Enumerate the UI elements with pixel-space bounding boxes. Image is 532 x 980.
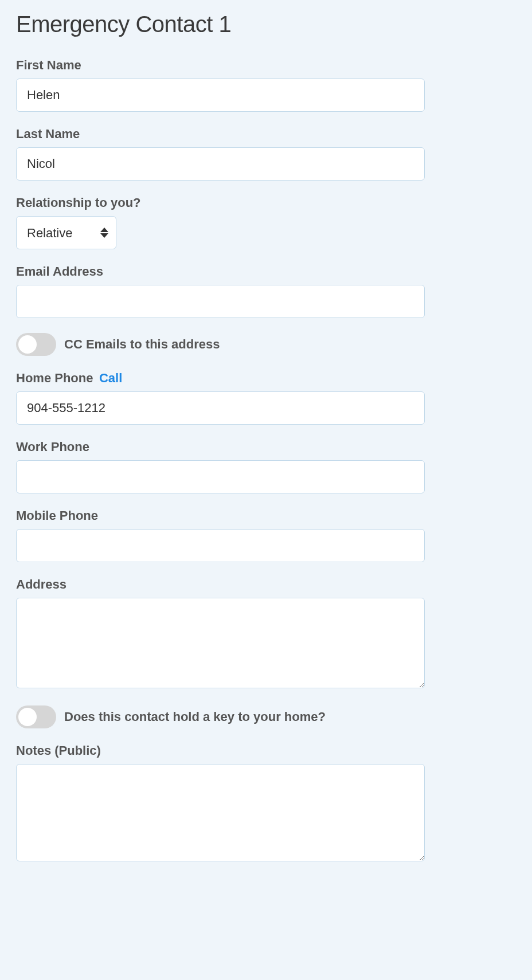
page-title: Emergency Contact 1 [16,11,516,37]
toggle-knob [18,708,37,726]
first-name-group: First Name [16,58,516,112]
address-label: Address [16,577,516,592]
address-group: Address [16,577,516,691]
last-name-input[interactable] [16,147,425,181]
first-name-input[interactable] [16,79,425,112]
key-toggle[interactable] [16,705,56,728]
notes-label: Notes (Public) [16,743,516,758]
home-phone-label-row: Home Phone Call [16,371,516,386]
home-phone-input[interactable] [16,391,425,425]
cc-emails-toggle-row: CC Emails to this address [16,333,516,356]
email-group: Email Address [16,264,516,318]
home-phone-call-link[interactable]: Call [99,371,122,385]
relationship-group: Relationship to you? Relative [16,195,516,249]
key-toggle-label: Does this contact hold a key to your hom… [64,709,326,724]
email-label: Email Address [16,264,516,279]
last-name-group: Last Name [16,127,516,181]
mobile-phone-group: Mobile Phone [16,508,516,562]
relationship-select[interactable]: Relative [16,216,116,249]
cc-emails-toggle-label: CC Emails to this address [64,337,220,352]
key-toggle-row: Does this contact hold a key to your hom… [16,705,516,728]
address-input[interactable] [16,598,425,688]
work-phone-group: Work Phone [16,440,516,493]
first-name-label: First Name [16,58,516,73]
work-phone-label: Work Phone [16,440,516,454]
work-phone-input[interactable] [16,460,425,493]
email-input[interactable] [16,285,425,318]
relationship-label: Relationship to you? [16,195,516,210]
notes-group: Notes (Public) [16,743,516,864]
cc-emails-toggle[interactable] [16,333,56,356]
last-name-label: Last Name [16,127,516,142]
toggle-knob [18,335,37,354]
mobile-phone-label: Mobile Phone [16,508,516,523]
home-phone-group: Home Phone Call [16,371,516,425]
home-phone-label: Home Phone [16,371,93,385]
mobile-phone-input[interactable] [16,529,425,562]
notes-input[interactable] [16,764,425,861]
relationship-select-wrapper: Relative [16,216,116,249]
